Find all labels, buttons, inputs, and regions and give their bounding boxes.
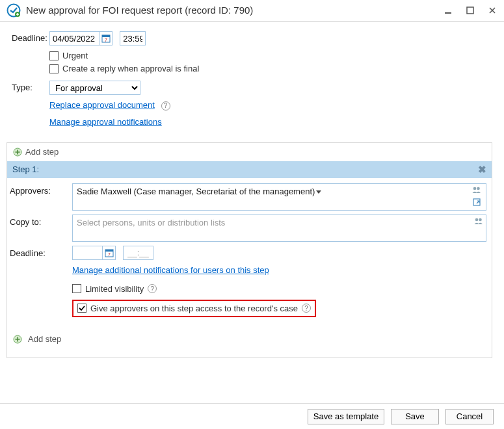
step-title: Step 1: [12,164,39,174]
approvers-label: Approvers: [10,183,72,196]
step-deadline-date-input[interactable] [73,246,102,259]
deadline-time-field[interactable] [120,31,146,46]
window-controls [443,5,497,16]
people-picker-icon[interactable] [472,186,481,196]
manage-step-notifications-link[interactable]: Manage additional notifications for user… [72,265,269,275]
step-deadline-label: Deadline: [10,246,72,258]
create-reply-label: Create a reply when approval is final [62,64,199,73]
step-deadline-time-field[interactable]: __:__ [123,246,153,260]
svg-rect-3 [467,7,473,14]
app-icon [7,3,21,18]
top-form: Deadline: 7 U [0,22,504,136]
window-title: New approval for FOI request report (rec… [26,5,443,16]
copyto-placeholder: Select persons, units or distribution li… [77,218,225,228]
step-body: Approvers: Sadie Maxwell (Case manager, … [7,178,492,358]
svg-point-11 [475,218,479,221]
replace-approval-doc-link[interactable]: Replace approval document [49,100,155,110]
save-button[interactable]: Save [391,409,439,424]
give-access-checkbox[interactable] [77,304,86,313]
svg-rect-5 [102,35,110,37]
svg-point-9 [477,187,480,190]
cancel-button[interactable]: Cancel [445,409,494,424]
deadline-date-input[interactable] [50,32,99,45]
give-access-label: Give approvers on this step access to th… [90,304,298,313]
plus-icon [12,334,23,344]
type-select[interactable]: For approval [49,81,140,95]
plus-icon [12,147,23,157]
minimize-icon[interactable] [443,5,453,16]
add-step-bottom[interactable]: Add step [10,321,486,351]
calendar-icon[interactable]: 7 [99,32,112,45]
svg-text:7: 7 [108,252,111,257]
remove-step-icon[interactable]: ✖ [478,164,486,176]
help-icon[interactable]: ? [302,304,311,313]
approver-token[interactable]: Sadie Maxwell (Case manager, Secretariat… [77,187,315,196]
limited-visibility-checkbox[interactable] [72,284,81,293]
step-header: Step 1: ✖ [7,161,492,178]
deadline-label: Deadline: [12,31,49,43]
help-icon[interactable]: ? [161,101,170,110]
maximize-icon[interactable] [465,5,475,16]
approvers-field[interactable]: Sadie Maxwell (Case manager, Secretariat… [72,183,486,211]
svg-rect-14 [105,250,113,252]
svg-text:7: 7 [105,38,107,42]
step-deadline-date-field[interactable]: 7 [72,246,116,260]
deadline-date-field[interactable]: 7 [49,31,113,46]
save-as-template-button[interactable]: Save as template [308,409,384,424]
step-deadline-time-placeholder: __:__ [124,248,153,257]
people-picker-icon[interactable] [474,217,483,227]
svg-point-8 [473,187,477,190]
add-step-label: Add step [28,334,61,344]
svg-rect-2 [445,12,451,14]
copyto-field[interactable]: Select persons, units or distribution li… [72,214,486,242]
title-bar: New approval for FOI request report (rec… [0,0,504,22]
urgent-label: Urgent [62,51,88,60]
steps-section: Add step Step 1: ✖ Approvers: Sadie Maxw… [7,142,492,358]
limited-visibility-label: Limited visibility [85,284,144,294]
expand-picker-icon[interactable] [472,198,481,208]
close-icon[interactable] [487,5,497,16]
add-step-top[interactable]: Add step [7,143,492,161]
type-label: Type: [12,81,49,92]
help-icon[interactable]: ? [148,284,157,293]
urgent-checkbox[interactable] [49,51,59,60]
svg-point-12 [479,218,482,221]
create-reply-checkbox[interactable] [49,64,59,73]
give-access-highlight: Give approvers on this step access to th… [72,300,316,317]
chevron-down-icon[interactable] [316,190,321,194]
manage-approval-notifications-link[interactable]: Manage approval notifications [49,117,162,127]
copyto-label: Copy to: [10,214,72,227]
deadline-time-input[interactable] [120,32,145,45]
calendar-icon[interactable]: 7 [102,246,115,259]
footer: Save as template Save Cancel [0,403,504,429]
add-step-label: Add step [25,147,59,157]
